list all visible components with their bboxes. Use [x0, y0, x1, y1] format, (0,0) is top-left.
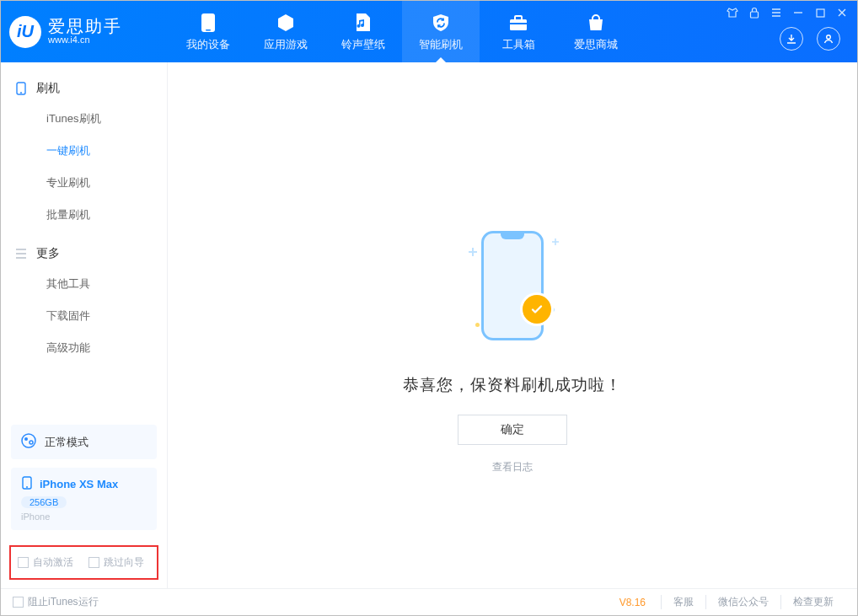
nav-ringtones[interactable]: 铃声壁纸: [324, 1, 402, 62]
svg-rect-4: [510, 23, 527, 24]
check-update-link[interactable]: 检查更新: [780, 595, 845, 609]
svg-rect-1: [206, 29, 211, 31]
app-title-block: 爱思助手 www.i4.cn: [48, 18, 122, 46]
svg-point-10: [24, 437, 28, 441]
main-nav: 我的设备 应用游戏 铃声壁纸 智能刷机 工具箱 爱思商城: [169, 1, 635, 62]
device-storage-badge: 256GB: [21, 496, 67, 508]
checkmark-badge-icon: [523, 295, 551, 324]
window-controls: [726, 6, 849, 19]
sidebar-item-advanced[interactable]: 高级功能: [1, 332, 167, 364]
phone-small-icon: [21, 476, 33, 492]
nav-label: 我的设备: [186, 37, 230, 52]
lock-icon[interactable]: [748, 6, 761, 19]
device-mode-label: 正常模式: [45, 435, 88, 450]
app-url: www.i4.cn: [48, 35, 122, 46]
nav-device[interactable]: 我的设备: [169, 1, 247, 62]
device-card[interactable]: iPhone XS Max 256GB iPhone: [11, 468, 157, 530]
sparkle-icon: [469, 248, 477, 256]
main-content: 恭喜您，保资料刷机成功啦！ 确定 查看日志: [168, 62, 857, 588]
sidebar-item-itunes[interactable]: iTunes刷机: [1, 103, 167, 135]
body: 刷机 iTunes刷机 一键刷机 专业刷机 批量刷机 更多 其他工具 下载固件 …: [1, 62, 857, 588]
svg-rect-5: [751, 12, 759, 18]
footer-left: 阻止iTunes运行: [13, 595, 99, 609]
phone-icon: [196, 12, 220, 34]
wechat-link[interactable]: 微信公众号: [705, 595, 780, 609]
sparkle-icon: [552, 238, 559, 245]
nav-label: 工具箱: [502, 37, 535, 52]
toolbox-icon: [507, 12, 530, 34]
mode-icon: [21, 433, 36, 451]
svg-point-7: [827, 35, 831, 40]
device-name-row: iPhone XS Max: [21, 476, 147, 492]
titlebar: iU 爱思助手 www.i4.cn 我的设备 应用游戏 铃声壁纸 智能刷机 工具…: [1, 1, 857, 62]
header-actions: [780, 27, 840, 51]
list-icon: [14, 247, 28, 260]
sidebar-item-oneclick[interactable]: 一键刷机: [1, 135, 167, 167]
svg-point-11: [29, 441, 33, 444]
refresh-shield-icon: [429, 12, 453, 34]
block-itunes-label: 阻止iTunes运行: [28, 596, 99, 608]
svg-point-9: [22, 434, 35, 447]
music-file-icon: [351, 12, 375, 34]
close-icon[interactable]: [835, 6, 849, 19]
nav-toolbox[interactable]: 工具箱: [480, 1, 557, 62]
sidebar-item-other[interactable]: 其他工具: [1, 268, 167, 300]
minimize-icon[interactable]: [791, 6, 805, 19]
sidebar-header-label: 更多: [36, 246, 60, 261]
nav-flash[interactable]: 智能刷机: [402, 1, 480, 62]
success-illustration: [445, 222, 580, 349]
auto-activate-label: 自动激活: [33, 556, 73, 568]
sidebar-header-flash[interactable]: 刷机: [1, 74, 167, 103]
nav-label: 应用游戏: [264, 37, 308, 52]
skip-guide-label: 跳过向导: [104, 556, 144, 568]
success-panel: 恭喜您，保资料刷机成功啦！ 确定 查看日志: [168, 222, 857, 474]
nav-label: 爱思商城: [574, 37, 618, 52]
view-log-link[interactable]: 查看日志: [492, 460, 533, 474]
sidebar-item-firmware[interactable]: 下载固件: [1, 300, 167, 332]
nav-apps[interactable]: 应用游戏: [247, 1, 324, 62]
cube-icon: [274, 12, 298, 34]
device-icon: [14, 82, 28, 95]
shirt-icon[interactable]: [726, 6, 739, 19]
skip-guide-checkbox[interactable]: 跳过向导: [88, 555, 144, 570]
support-link[interactable]: 客服: [661, 595, 705, 609]
ok-button[interactable]: 确定: [458, 415, 567, 445]
sidebar-item-pro[interactable]: 专业刷机: [1, 167, 167, 199]
sidebar: 刷机 iTunes刷机 一键刷机 专业刷机 批量刷机 更多 其他工具 下载固件 …: [1, 62, 168, 588]
svg-rect-3: [515, 16, 522, 20]
sidebar-item-batch[interactable]: 批量刷机: [1, 199, 167, 231]
device-name: iPhone XS Max: [40, 478, 118, 490]
user-icon[interactable]: [817, 27, 840, 51]
app-logo: iU 爱思助手 www.i4.cn: [9, 16, 153, 48]
maximize-icon[interactable]: [813, 6, 827, 19]
device-mode-card[interactable]: 正常模式: [11, 425, 157, 459]
nav-label: 智能刷机: [419, 37, 463, 52]
svg-rect-0: [201, 13, 215, 32]
nav-label: 铃声壁纸: [341, 37, 385, 52]
success-message: 恭喜您，保资料刷机成功啦！: [403, 374, 622, 396]
version-label: V8.16: [619, 597, 646, 608]
sidebar-header-more[interactable]: 更多: [1, 239, 167, 268]
statusbar: 阻止iTunes运行 V8.16 客服 微信公众号 检查更新: [1, 588, 857, 615]
download-icon[interactable]: [780, 27, 803, 51]
menu-icon[interactable]: [770, 6, 783, 19]
flash-options-highlight: 自动激活 跳过向导: [9, 545, 158, 580]
phone-outline-icon: [481, 231, 544, 340]
logo-icon: iU: [9, 16, 41, 48]
sidebar-scroll: 刷机 iTunes刷机 一键刷机 专业刷机 批量刷机 更多 其他工具 下载固件 …: [1, 62, 167, 416]
sidebar-header-label: 刷机: [36, 81, 60, 96]
dot-icon: [475, 323, 480, 327]
auto-activate-checkbox[interactable]: 自动激活: [18, 555, 73, 570]
svg-rect-6: [817, 9, 824, 17]
device-type: iPhone: [21, 512, 147, 522]
bag-icon: [584, 12, 608, 34]
nav-store[interactable]: 爱思商城: [557, 1, 635, 62]
block-itunes-checkbox[interactable]: 阻止iTunes运行: [13, 595, 99, 609]
footer-right: V8.16 客服 微信公众号 检查更新: [619, 595, 845, 609]
app-title: 爱思助手: [48, 18, 122, 35]
